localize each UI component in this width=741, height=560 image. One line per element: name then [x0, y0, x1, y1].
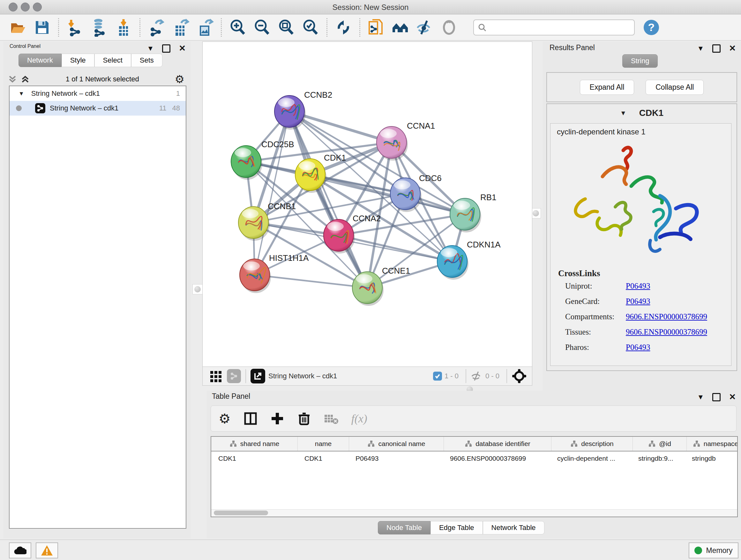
network-options-gear-icon[interactable]: ⚙ — [175, 73, 185, 85]
show-columns-icon[interactable] — [244, 412, 258, 426]
hide-selected-button[interactable] — [415, 18, 434, 37]
column-header-sharedname[interactable]: shared name — [211, 437, 298, 451]
gene-description: cyclin-dependent kinase 1 — [557, 127, 731, 136]
tab-string[interactable]: String — [622, 54, 658, 68]
node-gloss-highlight — [242, 209, 259, 218]
panel-float-icon[interactable] — [712, 44, 721, 53]
table-cell[interactable]: 9606.ENSP00000378699 — [443, 451, 550, 465]
zoom-fit-button[interactable] — [277, 18, 296, 37]
expand-all-icon[interactable] — [20, 74, 30, 84]
tab-edge-table[interactable]: Edge Table — [430, 521, 483, 535]
table-cell[interactable]: stringdb — [685, 451, 738, 465]
panel-menu-caret-icon[interactable]: ▼ — [147, 44, 154, 53]
first-neighbors-button[interactable] — [391, 18, 410, 37]
import-table-button[interactable] — [114, 18, 133, 37]
table-hscrollbar[interactable] — [211, 509, 737, 516]
table-cell[interactable]: CDK1 — [297, 451, 348, 465]
column-header-description[interactable]: description — [551, 437, 633, 451]
crosslink-link[interactable]: 9606.ENSP00000378699 — [626, 327, 707, 336]
create-column-plus-icon[interactable] — [270, 412, 284, 426]
function-builder-button[interactable]: f(x) — [351, 412, 367, 425]
zoom-out-button[interactable] — [253, 18, 272, 37]
node-cdkn1a[interactable]: CDKN1A — [437, 240, 501, 280]
birdseye-toggle-button[interactable] — [209, 369, 223, 383]
collection-caret-icon[interactable]: ▼ — [18, 90, 24, 97]
node-table[interactable]: shared namenamecanonical namedatabase id… — [211, 436, 738, 517]
table-cell[interactable]: stringdb:9... — [631, 451, 685, 465]
string-view-button[interactable] — [227, 369, 241, 383]
cloud-status-button[interactable] — [9, 543, 31, 558]
delete-columns-trash-icon[interactable] — [297, 412, 311, 426]
panel-float-icon[interactable] — [162, 44, 171, 53]
node-ccnb1[interactable]: CCNB1 — [239, 201, 296, 241]
import-network-from-database-button[interactable] — [90, 18, 109, 37]
gene-section-header[interactable]: ▼ CDK1 — [547, 104, 737, 122]
scrollbar-thumb[interactable] — [214, 510, 268, 515]
column-header-id[interactable]: @id — [633, 437, 687, 451]
save-session-button[interactable] — [32, 18, 52, 37]
left-splitter-handle[interactable] — [192, 284, 203, 294]
collapse-all-icon[interactable] — [8, 74, 17, 84]
export-network-button[interactable] — [147, 18, 166, 37]
column-header-databaseidentifier[interactable]: database identifier — [444, 437, 551, 451]
panel-menu-caret-icon[interactable]: ▼ — [697, 393, 704, 401]
table-row[interactable]: CDK1CDK1P064939606.ENSP00000378699cyclin… — [211, 451, 737, 465]
column-header-name[interactable]: name — [298, 437, 349, 451]
network-collection-row[interactable]: ▼ String Network – cdk1 1 — [10, 86, 186, 101]
panel-close-icon[interactable]: ✕ — [179, 44, 186, 53]
memory-button[interactable]: Memory — [689, 543, 738, 558]
zoom-in-icon — [229, 18, 247, 37]
tab-style[interactable]: Style — [62, 54, 94, 67]
help-button[interactable]: ? — [644, 20, 659, 35]
node-hist1h1a[interactable]: HIST1H1A — [240, 253, 309, 293]
open-session-button[interactable] — [8, 18, 27, 37]
column-header-namespace[interactable]: namespace — [687, 437, 738, 451]
crosshair-icon[interactable] — [512, 368, 527, 384]
column-header-label: canonical name — [378, 440, 425, 448]
panel-close-icon[interactable]: ✕ — [729, 392, 736, 402]
table-options-gear-icon[interactable]: ⚙ — [219, 411, 231, 427]
search-field[interactable] — [473, 19, 635, 36]
network-canvas[interactable]: CCNB2CCNA1CDC25BCDK1CDC6RB1CCNB1CCNA2CDK… — [202, 42, 532, 367]
crosslink-row: Compartments:9606.ENSP00000378699 — [558, 312, 731, 321]
detach-view-button[interactable] — [251, 369, 265, 383]
crosslink-link[interactable]: P06493 — [626, 343, 650, 352]
expand-all-button[interactable]: Expand All — [580, 80, 634, 95]
section-caret-icon[interactable]: ▼ — [620, 110, 626, 117]
delete-table-icon[interactable] — [324, 412, 339, 425]
crosslink-link[interactable]: P06493 — [626, 282, 650, 290]
selected-checkbox-icon[interactable] — [433, 372, 442, 381]
table-cell[interactable]: CDK1 — [211, 451, 297, 465]
table-cell[interactable]: cyclin-dependent ... — [550, 451, 631, 465]
eye-slash-icon — [415, 18, 434, 37]
network-row[interactable]: String Network – cdk1 11 48 — [10, 101, 186, 116]
tab-select[interactable]: Select — [94, 54, 131, 67]
export-table-button[interactable] — [171, 18, 190, 37]
panel-close-icon[interactable]: ✕ — [729, 44, 736, 53]
column-header-canonicalname[interactable]: canonical name — [349, 437, 444, 451]
crosslink-link[interactable]: P06493 — [626, 297, 650, 306]
export-image-button[interactable] — [195, 18, 214, 37]
panel-float-icon[interactable] — [712, 393, 721, 401]
tab-sets[interactable]: Sets — [131, 54, 162, 67]
table-cell[interactable]: P06493 — [348, 451, 443, 465]
show-all-button[interactable] — [440, 18, 459, 37]
collapse-all-button[interactable]: Collapse All — [646, 80, 704, 95]
edge[interactable] — [255, 275, 367, 288]
warnings-button[interactable] — [36, 543, 58, 558]
control-panel-title: Control Panel — [10, 44, 41, 49]
tab-network-table[interactable]: Network Table — [483, 521, 544, 535]
panel-menu-caret-icon[interactable]: ▼ — [697, 44, 704, 53]
network-graph[interactable]: CCNB2CCNA1CDC25BCDK1CDC6RB1CCNB1CCNA2CDK… — [203, 42, 532, 367]
zoom-selected-button[interactable] — [301, 18, 320, 37]
import-network-button[interactable] — [65, 18, 84, 37]
crosslink-link[interactable]: 9606.ENSP00000378699 — [626, 312, 707, 321]
edge[interactable] — [339, 235, 452, 261]
zoom-in-button[interactable] — [228, 18, 247, 37]
node-rb1[interactable]: RB1 — [450, 192, 496, 233]
search-input[interactable] — [487, 23, 622, 32]
tab-node-table[interactable]: Node Table — [378, 521, 430, 535]
clone-network-button[interactable] — [367, 18, 386, 37]
apply-layout-button[interactable] — [334, 18, 353, 37]
tab-network[interactable]: Network — [18, 54, 62, 67]
